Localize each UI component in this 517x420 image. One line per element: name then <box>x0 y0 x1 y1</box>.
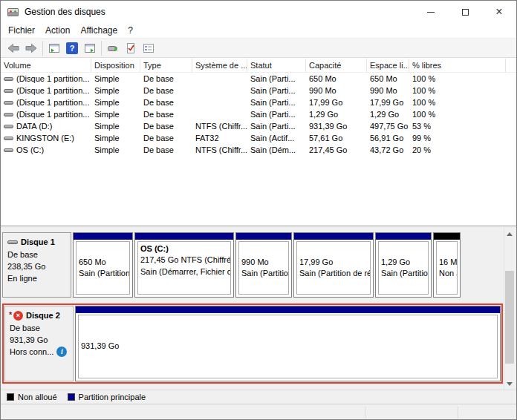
show-console-tree-button[interactable] <box>45 39 63 56</box>
disk-type: De base <box>10 323 71 334</box>
partition-status: Sain (Démarrer, Fichier d'échange, Vidag… <box>140 266 228 278</box>
info-icon[interactable]: i <box>56 347 67 357</box>
partition-color-bar <box>294 233 373 240</box>
volume-row[interactable]: (Disque 1 partition...SimpleDe baseSain … <box>1 96 516 108</box>
help-button[interactable]: ? <box>63 39 81 56</box>
partition-status: Sain (Partition principale) <box>381 268 426 279</box>
check-report-button[interactable] <box>122 39 140 56</box>
scroll-down-icon <box>507 382 513 389</box>
show-action-pane-button[interactable] <box>81 39 99 56</box>
partition-body: OS (C:)217,45 Go NTFS (Chiffré avec BitL… <box>137 241 231 295</box>
toolbar-separator <box>42 41 43 56</box>
column-header[interactable]: Capacité <box>306 59 367 72</box>
status-divider <box>365 407 365 419</box>
cell: 217,45 Go <box>306 145 367 154</box>
volume-row[interactable]: OS (C:)SimpleDe baseNTFS (Chiffr...Sain … <box>1 144 516 156</box>
disk-row-1[interactable]: Disque 1De base238,35 GoEn ligne650 MoSa… <box>2 232 503 298</box>
disk-row-2[interactable]: ×Disque 2De base931,39 GoHors conn...i93… <box>2 303 503 384</box>
partition-title: OS (C:) <box>140 243 228 255</box>
close-button[interactable]: × <box>482 1 516 23</box>
back-button[interactable] <box>4 39 22 56</box>
cell: Simple <box>91 86 140 95</box>
volume-name: (Disque 1 partition... <box>16 110 89 119</box>
disk-status: En ligne <box>7 273 37 284</box>
disk-name-line: Disque 1 <box>7 237 68 248</box>
volume-row[interactable]: (Disque 1 partition...SimpleDe baseSain … <box>1 73 516 85</box>
column-header[interactable]: Type <box>140 59 192 72</box>
vertical-scrollbar[interactable] <box>504 228 515 390</box>
volume-row[interactable]: KINGSTON (E:)SimpleDe baseFAT32Sain (Act… <box>1 132 516 144</box>
cell: (Disque 1 partition... <box>1 86 91 95</box>
column-header[interactable]: Volume <box>1 59 91 72</box>
partition[interactable]: 16 MoNon alloué <box>433 232 461 298</box>
partition-status: Non alloué <box>439 268 455 279</box>
cell: 57,61 Go <box>306 134 367 142</box>
menu-item-action[interactable]: Action <box>40 24 75 37</box>
cell: Simple <box>91 145 140 154</box>
disk-rows: Disque 1De base238,35 GoEn ligne650 MoSa… <box>2 232 516 384</box>
volume-icon <box>4 101 13 105</box>
partition-body: 1,29 GoSain (Partition principale) <box>378 241 429 295</box>
column-header[interactable]: % libres <box>409 59 506 72</box>
forward-button[interactable] <box>22 39 40 56</box>
disk-type: De base <box>7 249 68 260</box>
cell: 56,91 Go <box>367 134 409 142</box>
menu-item-aide[interactable]: ? <box>123 24 138 37</box>
volume-row[interactable]: (Disque 1 partition...SimpleDe baseSain … <box>1 85 516 96</box>
partition[interactable]: 650 MoSain (Partition principale) <box>73 232 133 298</box>
menu-item-fichier[interactable]: Fichier <box>3 24 40 37</box>
partition[interactable]: 1,29 GoSain (Partition principale) <box>375 232 432 298</box>
partition[interactable]: OS (C:)217,45 Go NTFS (Chiffré avec BitL… <box>134 232 234 298</box>
partition[interactable]: 990 MoSain (Partition principale) <box>235 232 292 298</box>
disk-status-button[interactable] <box>104 39 122 56</box>
cell: De base <box>140 86 192 95</box>
volume-row[interactable]: (Disque 1 partition...SimpleDe baseSain … <box>1 108 516 120</box>
cell: Simple <box>91 98 140 107</box>
column-header[interactable]: Statut <box>247 59 306 72</box>
column-header[interactable]: Système de ... <box>192 59 247 72</box>
disk-status: Hors conn... <box>10 347 53 358</box>
menu-item-affichage[interactable]: Affichage <box>75 24 123 37</box>
scroll-up-button[interactable] <box>504 228 515 240</box>
disk-label: ×Disque 2De base931,39 GoHors conn...i <box>4 306 74 381</box>
volume-name: KINGSTON (E:) <box>16 134 74 142</box>
partition-body: 990 MoSain (Partition principale) <box>238 241 289 295</box>
cell: 931,39 Go <box>306 122 367 131</box>
cell: 650 Mo <box>306 74 367 83</box>
partition[interactable]: 931,39 Go <box>75 306 501 381</box>
cell: 100 % <box>409 86 506 95</box>
disk-name-line: ×Disque 2 <box>10 310 71 321</box>
cell: (Disque 1 partition... <box>1 98 91 107</box>
volume-icon <box>4 148 13 152</box>
cell: Simple <box>91 110 140 119</box>
scroll-up-icon <box>507 229 513 236</box>
column-header[interactable]: Espace li... <box>367 59 409 72</box>
legend-item: Partition principale <box>68 393 146 401</box>
properties-button[interactable] <box>140 39 157 56</box>
cell: Sain (Parti... <box>247 110 306 119</box>
properties-icon <box>143 42 155 54</box>
partition-capacity: 650 Mo <box>79 257 127 268</box>
disk-status-line: En ligne <box>7 273 68 284</box>
table-header: VolumeDispositionTypeSystème de ...Statu… <box>1 59 516 73</box>
cell: Sain (Actif... <box>247 134 306 142</box>
disk-size: 931,39 Go <box>10 335 71 346</box>
volume-icon <box>4 125 13 128</box>
cell: De base <box>140 134 192 142</box>
scrollbar-thumb[interactable] <box>505 271 514 364</box>
cell: 1,29 Go <box>367 110 409 119</box>
partition-capacity: 990 Mo <box>241 257 286 268</box>
volume-row[interactable]: DATA (D:)SimpleDe baseNTFS (Chiffr...Sai… <box>1 120 516 132</box>
partition-color-bar <box>236 233 291 240</box>
volume-name: (Disque 1 partition... <box>16 74 89 83</box>
forward-icon <box>25 42 37 54</box>
scroll-down-button[interactable] <box>504 378 515 390</box>
partition[interactable]: 17,99 GoSain (Partition de récupération) <box>293 232 374 298</box>
maximize-button[interactable] <box>448 1 482 23</box>
cell: Sain (Parti... <box>247 122 306 131</box>
minimize-button[interactable] <box>414 1 448 23</box>
offline-disk-icon: × <box>13 311 23 321</box>
cell: Sain (Dém... <box>247 145 306 154</box>
column-header[interactable]: Disposition <box>91 59 140 72</box>
volume-name: (Disque 1 partition... <box>16 98 89 107</box>
